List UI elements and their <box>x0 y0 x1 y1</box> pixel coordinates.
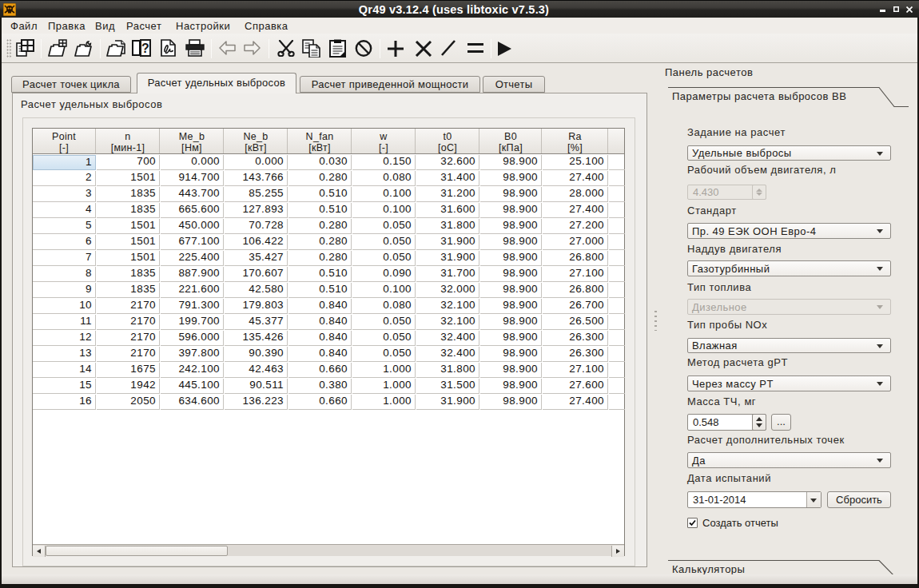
svg-text:?: ? <box>141 42 149 55</box>
